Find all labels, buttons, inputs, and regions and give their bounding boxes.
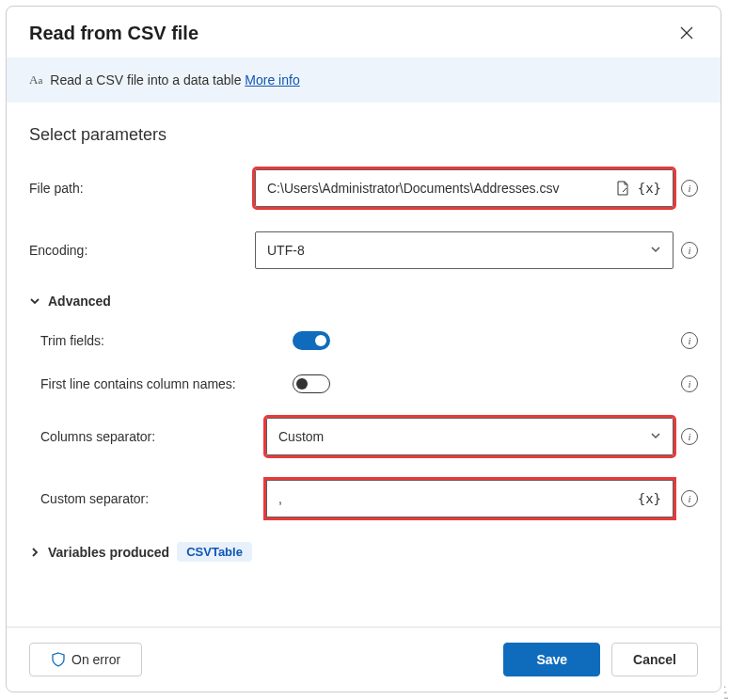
advanced-label: Advanced — [48, 294, 111, 309]
text-icon: Aa — [29, 72, 42, 88]
dialog-title: Read from CSV file — [29, 23, 198, 44]
save-button[interactable]: Save — [503, 643, 600, 676]
on-error-label: On error — [71, 652, 120, 667]
encoding-row: Encoding: UTF-8 i — [29, 231, 698, 269]
more-info-link[interactable]: More info — [245, 72, 299, 88]
info-strip: Aa Read a CSV file into a data table Mor… — [7, 57, 721, 103]
chevron-right-icon — [29, 547, 40, 558]
on-error-button[interactable]: On error — [29, 643, 142, 676]
encoding-select[interactable]: UTF-8 — [255, 231, 674, 269]
custom-separator-label: Custom separator: — [29, 491, 266, 506]
info-icon[interactable]: i — [681, 375, 698, 392]
columns-separator-label: Columns separator: — [29, 429, 266, 444]
custom-separator-input[interactable]: , {x} — [266, 480, 674, 517]
shield-icon — [51, 652, 66, 667]
info-icon[interactable]: i — [681, 242, 698, 259]
first-line-label: First line contains column names: — [29, 376, 293, 391]
dialog-footer: On error Save Cancel — [7, 627, 721, 692]
close-icon[interactable] — [675, 22, 698, 44]
custom-separator-value: , — [278, 491, 282, 506]
file-path-row: File path: C:\Users\Administrator\Docume… — [29, 169, 698, 207]
chevron-down-icon — [650, 430, 661, 444]
variables-expander[interactable]: Variables produced CSVTable — [29, 542, 698, 562]
dialog: Read from CSV file Aa Read a CSV file in… — [6, 6, 721, 692]
advanced-expander[interactable]: Advanced — [29, 294, 698, 309]
chevron-down-icon — [29, 295, 40, 307]
save-label: Save — [536, 652, 567, 667]
file-path-value: C:\Users\Administrator\Documents\Address… — [267, 181, 559, 196]
custom-separator-row: Custom separator: , {x} i — [29, 480, 698, 517]
encoding-value: UTF-8 — [267, 243, 305, 258]
trim-fields-row: Trim fields: i — [29, 331, 698, 350]
trim-fields-toggle[interactable] — [293, 331, 330, 350]
first-line-row: First line contains column names: i — [29, 374, 698, 393]
dialog-content: Select parameters File path: C:\Users\Ad… — [7, 103, 721, 627]
cancel-label: Cancel — [633, 652, 676, 667]
section-heading: Select parameters — [29, 125, 698, 145]
variable-picker-icon[interactable]: {x} — [638, 181, 661, 196]
trim-fields-label: Trim fields: — [29, 333, 293, 348]
columns-separator-row: Columns separator: Custom i — [29, 418, 698, 455]
variable-badge[interactable]: CSVTable — [177, 542, 252, 562]
columns-separator-value: Custom — [278, 429, 324, 444]
svg-line-2 — [623, 188, 626, 192]
variable-picker-icon[interactable]: {x} — [638, 491, 661, 506]
dialog-header: Read from CSV file — [7, 7, 721, 57]
columns-separator-select[interactable]: Custom — [266, 418, 674, 455]
file-path-label: File path: — [29, 181, 255, 196]
info-icon[interactable]: i — [681, 428, 698, 445]
chevron-down-icon — [650, 244, 661, 258]
file-picker-icon[interactable] — [615, 181, 630, 196]
info-icon[interactable]: i — [681, 490, 698, 507]
encoding-label: Encoding: — [29, 243, 255, 258]
first-line-toggle[interactable] — [293, 374, 330, 393]
info-text: Read a CSV file into a data table — [50, 72, 241, 88]
file-path-input[interactable]: C:\Users\Administrator\Documents\Address… — [255, 169, 674, 207]
info-icon[interactable]: i — [681, 332, 698, 349]
variables-produced-label: Variables produced — [48, 545, 169, 560]
resize-grip-icon[interactable]: ...... — [723, 681, 727, 698]
info-icon[interactable]: i — [681, 180, 698, 197]
cancel-button[interactable]: Cancel — [611, 643, 698, 676]
